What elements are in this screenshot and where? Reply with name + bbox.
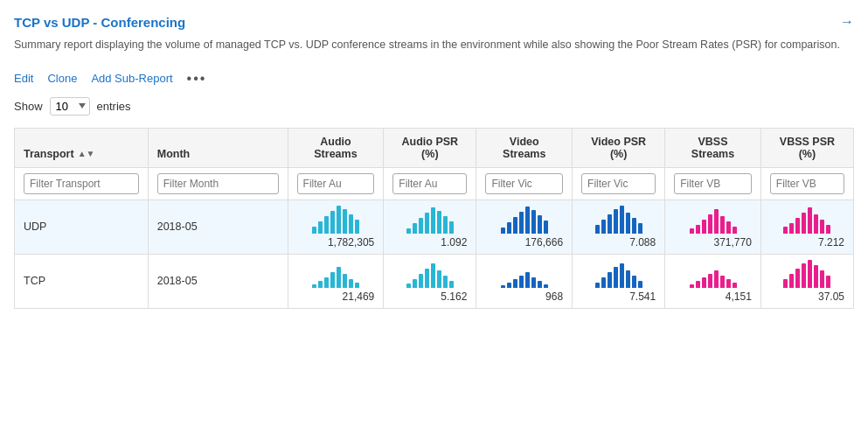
clone-button[interactable]: Clone: [47, 72, 77, 85]
col-header-month: Month: [148, 128, 288, 167]
chart-cell: 7.541: [581, 260, 656, 303]
toolbar: Edit Clone Add Sub-Report •••: [14, 71, 854, 87]
filter-month[interactable]: [157, 173, 279, 194]
more-options-button[interactable]: •••: [187, 71, 207, 87]
col-header-vbss-psr: VBSS PSR(%): [760, 128, 853, 167]
chart-cell: 1,782,305: [297, 206, 375, 248]
chart-cell: 7.088: [581, 206, 656, 248]
chart-cell: 371,770: [674, 206, 752, 248]
table-row: UDP2018-051,782,3051.092176,6667.088371,…: [15, 200, 854, 254]
col-header-transport: Transport ▲▼: [15, 128, 149, 167]
filter-vbss-psr[interactable]: [770, 173, 844, 194]
col-header-audio-psr: Audio PSR(%): [384, 128, 476, 167]
month-cell: 2018-05: [148, 200, 288, 254]
filter-video-psr[interactable]: [581, 173, 656, 194]
chart-cell: 4,151: [674, 260, 752, 303]
navigate-arrow-icon[interactable]: →: [840, 14, 854, 30]
col-header-video-psr: Video PSR(%): [573, 128, 665, 167]
edit-button[interactable]: Edit: [14, 72, 33, 85]
chart-cell: 968: [485, 260, 563, 303]
filter-row: [15, 167, 854, 200]
data-table: Transport ▲▼ Month AudioStreams Audio PS…: [14, 128, 854, 309]
chart-cell: 1.092: [392, 206, 467, 248]
month-cell: 2018-05: [148, 254, 288, 308]
filter-audio-streams[interactable]: [297, 173, 375, 194]
chart-cell: 37.05: [770, 260, 844, 303]
transport-cell: UDP: [15, 200, 149, 254]
col-header-video-streams: VideoStreams: [476, 128, 573, 167]
col-header-audio-streams: AudioStreams: [288, 128, 384, 167]
show-label: Show: [14, 100, 43, 113]
table-row: TCP2018-0521,4695.1629687.5414,15137.05: [15, 254, 854, 308]
col-header-vbss-streams: VBSSStreams: [665, 128, 761, 167]
entries-control: Show 10 25 50 100 entries: [14, 97, 854, 116]
sort-icon[interactable]: ▲▼: [78, 149, 95, 158]
filter-vbss-streams[interactable]: [674, 173, 752, 194]
filter-transport[interactable]: [24, 173, 139, 194]
add-sub-report-button[interactable]: Add Sub-Report: [91, 72, 172, 85]
entries-select[interactable]: 10 25 50 100: [50, 97, 90, 116]
transport-label: Transport: [24, 148, 74, 160]
transport-cell: TCP: [15, 254, 149, 308]
chart-cell: 176,666: [485, 206, 563, 248]
entries-label: entries: [97, 100, 131, 113]
chart-cell: 21,469: [297, 260, 375, 303]
filter-video-streams[interactable]: [485, 173, 563, 194]
filter-audio-psr[interactable]: [392, 173, 467, 194]
page-description: Summary report displaying the volume of …: [14, 37, 854, 53]
chart-cell: 7.212: [770, 206, 844, 248]
page-title: TCP vs UDP - Conferencing: [14, 15, 185, 30]
chart-cell: 5.162: [392, 260, 467, 303]
